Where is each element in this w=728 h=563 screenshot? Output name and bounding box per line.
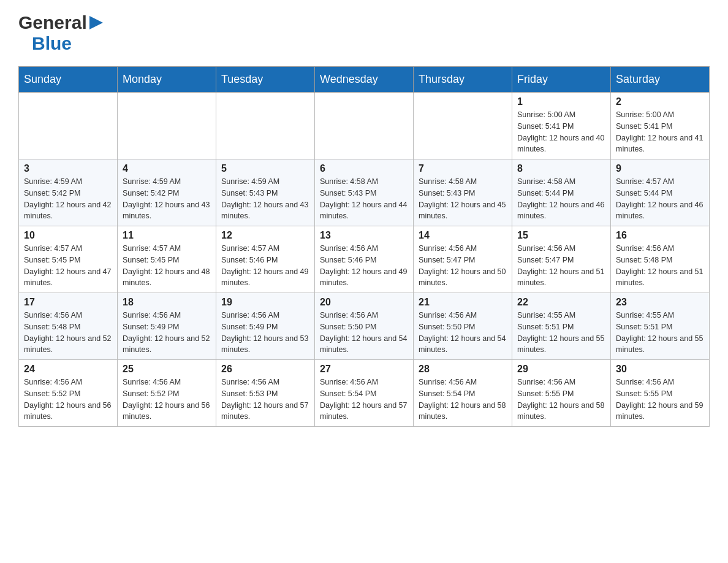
col-tuesday: Tuesday bbox=[216, 67, 315, 93]
calendar-day-cell: 11Sunrise: 4:57 AMSunset: 5:45 PMDayligh… bbox=[118, 226, 216, 293]
logo-arrow-icon bbox=[89, 16, 103, 32]
day-info: Sunrise: 4:56 AMSunset: 5:54 PMDaylight:… bbox=[419, 377, 507, 423]
day-number: 23 bbox=[616, 297, 704, 308]
day-number: 26 bbox=[221, 364, 309, 375]
day-number: 5 bbox=[221, 163, 309, 174]
calendar-day-cell: 13Sunrise: 4:56 AMSunset: 5:46 PMDayligh… bbox=[315, 226, 414, 293]
calendar-day-cell: 1Sunrise: 5:00 AMSunset: 5:41 PMDaylight… bbox=[512, 93, 611, 159]
col-sunday: Sunday bbox=[19, 67, 118, 93]
calendar-day-cell: 28Sunrise: 4:56 AMSunset: 5:54 PMDayligh… bbox=[414, 360, 512, 427]
day-number: 2 bbox=[616, 96, 704, 107]
day-info: Sunrise: 4:56 AMSunset: 5:50 PMDaylight:… bbox=[419, 310, 507, 356]
calendar-day-cell bbox=[118, 93, 216, 159]
day-number: 19 bbox=[221, 297, 309, 308]
calendar-day-cell bbox=[19, 93, 118, 159]
logo-general-text: General bbox=[18, 12, 87, 33]
calendar-day-cell: 14Sunrise: 4:56 AMSunset: 5:47 PMDayligh… bbox=[414, 226, 512, 293]
day-info: Sunrise: 4:59 AMSunset: 5:42 PMDaylight:… bbox=[123, 176, 211, 222]
day-info: Sunrise: 4:57 AMSunset: 5:45 PMDaylight:… bbox=[24, 243, 112, 289]
day-number: 12 bbox=[221, 230, 309, 241]
day-info: Sunrise: 4:56 AMSunset: 5:47 PMDaylight:… bbox=[419, 243, 507, 289]
day-number: 15 bbox=[517, 230, 605, 241]
day-number: 8 bbox=[517, 163, 605, 174]
day-info: Sunrise: 4:55 AMSunset: 5:51 PMDaylight:… bbox=[616, 310, 704, 356]
day-info: Sunrise: 4:58 AMSunset: 5:44 PMDaylight:… bbox=[517, 176, 605, 222]
calendar-day-cell: 10Sunrise: 4:57 AMSunset: 5:45 PMDayligh… bbox=[19, 226, 118, 293]
day-number: 11 bbox=[123, 230, 211, 241]
day-info: Sunrise: 5:00 AMSunset: 5:41 PMDaylight:… bbox=[517, 109, 605, 155]
day-number: 28 bbox=[419, 364, 507, 375]
calendar-day-cell: 22Sunrise: 4:55 AMSunset: 5:51 PMDayligh… bbox=[512, 293, 611, 360]
calendar-day-cell: 7Sunrise: 4:58 AMSunset: 5:43 PMDaylight… bbox=[414, 159, 512, 226]
day-info: Sunrise: 4:56 AMSunset: 5:49 PMDaylight:… bbox=[221, 310, 309, 356]
calendar-week-row: 3Sunrise: 4:59 AMSunset: 5:42 PMDaylight… bbox=[19, 159, 710, 226]
day-number: 30 bbox=[616, 364, 704, 375]
col-monday: Monday bbox=[118, 67, 216, 93]
calendar-day-cell: 6Sunrise: 4:58 AMSunset: 5:43 PMDaylight… bbox=[315, 159, 414, 226]
col-thursday: Thursday bbox=[414, 67, 512, 93]
calendar-day-cell: 23Sunrise: 4:55 AMSunset: 5:51 PMDayligh… bbox=[611, 293, 710, 360]
calendar-day-cell: 29Sunrise: 4:56 AMSunset: 5:55 PMDayligh… bbox=[512, 360, 611, 427]
day-number: 24 bbox=[24, 364, 112, 375]
calendar-day-cell: 2Sunrise: 5:00 AMSunset: 5:41 PMDaylight… bbox=[611, 93, 710, 159]
calendar-day-cell: 17Sunrise: 4:56 AMSunset: 5:48 PMDayligh… bbox=[19, 293, 118, 360]
calendar-day-cell: 19Sunrise: 4:56 AMSunset: 5:49 PMDayligh… bbox=[216, 293, 315, 360]
day-info: Sunrise: 4:56 AMSunset: 5:54 PMDaylight:… bbox=[320, 377, 408, 423]
calendar-day-cell: 16Sunrise: 4:56 AMSunset: 5:48 PMDayligh… bbox=[611, 226, 710, 293]
day-number: 22 bbox=[517, 297, 605, 308]
day-info: Sunrise: 4:56 AMSunset: 5:48 PMDaylight:… bbox=[616, 243, 704, 289]
day-info: Sunrise: 4:55 AMSunset: 5:51 PMDaylight:… bbox=[517, 310, 605, 356]
day-number: 29 bbox=[517, 364, 605, 375]
calendar-day-cell: 15Sunrise: 4:56 AMSunset: 5:47 PMDayligh… bbox=[512, 226, 611, 293]
day-info: Sunrise: 4:56 AMSunset: 5:55 PMDaylight:… bbox=[517, 377, 605, 423]
calendar-day-cell: 18Sunrise: 4:56 AMSunset: 5:49 PMDayligh… bbox=[118, 293, 216, 360]
day-number: 20 bbox=[320, 297, 408, 308]
day-info: Sunrise: 4:56 AMSunset: 5:48 PMDaylight:… bbox=[24, 310, 112, 356]
day-info: Sunrise: 4:56 AMSunset: 5:52 PMDaylight:… bbox=[24, 377, 112, 423]
page-header: General Blue bbox=[18, 12, 710, 54]
calendar-day-cell: 20Sunrise: 4:56 AMSunset: 5:50 PMDayligh… bbox=[315, 293, 414, 360]
day-info: Sunrise: 4:56 AMSunset: 5:55 PMDaylight:… bbox=[616, 377, 704, 423]
day-info: Sunrise: 4:57 AMSunset: 5:44 PMDaylight:… bbox=[616, 176, 704, 222]
calendar-day-cell: 21Sunrise: 4:56 AMSunset: 5:50 PMDayligh… bbox=[414, 293, 512, 360]
calendar-week-row: 17Sunrise: 4:56 AMSunset: 5:48 PMDayligh… bbox=[19, 293, 710, 360]
col-wednesday: Wednesday bbox=[315, 67, 414, 93]
day-number: 7 bbox=[419, 163, 507, 174]
day-number: 16 bbox=[616, 230, 704, 241]
calendar-day-cell: 4Sunrise: 4:59 AMSunset: 5:42 PMDaylight… bbox=[118, 159, 216, 226]
calendar-day-cell: 8Sunrise: 4:58 AMSunset: 5:44 PMDaylight… bbox=[512, 159, 611, 226]
calendar-header-row: Sunday Monday Tuesday Wednesday Thursday… bbox=[19, 67, 710, 93]
calendar-day-cell: 27Sunrise: 4:56 AMSunset: 5:54 PMDayligh… bbox=[315, 360, 414, 427]
calendar-day-cell: 30Sunrise: 4:56 AMSunset: 5:55 PMDayligh… bbox=[611, 360, 710, 427]
calendar-day-cell: 3Sunrise: 4:59 AMSunset: 5:42 PMDaylight… bbox=[19, 159, 118, 226]
day-info: Sunrise: 4:56 AMSunset: 5:53 PMDaylight:… bbox=[221, 377, 309, 423]
calendar-day-cell bbox=[216, 93, 315, 159]
day-info: Sunrise: 4:58 AMSunset: 5:43 PMDaylight:… bbox=[320, 176, 408, 222]
day-number: 13 bbox=[320, 230, 408, 241]
day-info: Sunrise: 4:57 AMSunset: 5:45 PMDaylight:… bbox=[123, 243, 211, 289]
day-number: 10 bbox=[24, 230, 112, 241]
day-info: Sunrise: 4:56 AMSunset: 5:50 PMDaylight:… bbox=[320, 310, 408, 356]
day-info: Sunrise: 4:59 AMSunset: 5:43 PMDaylight:… bbox=[221, 176, 309, 222]
day-info: Sunrise: 4:56 AMSunset: 5:46 PMDaylight:… bbox=[320, 243, 408, 289]
day-info: Sunrise: 4:56 AMSunset: 5:49 PMDaylight:… bbox=[123, 310, 211, 356]
day-info: Sunrise: 4:59 AMSunset: 5:42 PMDaylight:… bbox=[24, 176, 112, 222]
col-saturday: Saturday bbox=[611, 67, 710, 93]
day-number: 4 bbox=[123, 163, 211, 174]
calendar-day-cell: 25Sunrise: 4:56 AMSunset: 5:52 PMDayligh… bbox=[118, 360, 216, 427]
calendar-day-cell: 5Sunrise: 4:59 AMSunset: 5:43 PMDaylight… bbox=[216, 159, 315, 226]
logo: General Blue bbox=[18, 12, 103, 54]
calendar-day-cell: 9Sunrise: 4:57 AMSunset: 5:44 PMDaylight… bbox=[611, 159, 710, 226]
col-friday: Friday bbox=[512, 67, 611, 93]
day-number: 17 bbox=[24, 297, 112, 308]
day-info: Sunrise: 4:56 AMSunset: 5:47 PMDaylight:… bbox=[517, 243, 605, 289]
calendar-day-cell: 24Sunrise: 4:56 AMSunset: 5:52 PMDayligh… bbox=[19, 360, 118, 427]
day-number: 18 bbox=[123, 297, 211, 308]
day-info: Sunrise: 5:00 AMSunset: 5:41 PMDaylight:… bbox=[616, 109, 704, 155]
calendar-week-row: 1Sunrise: 5:00 AMSunset: 5:41 PMDaylight… bbox=[19, 93, 710, 159]
calendar-day-cell: 26Sunrise: 4:56 AMSunset: 5:53 PMDayligh… bbox=[216, 360, 315, 427]
day-number: 21 bbox=[419, 297, 507, 308]
day-info: Sunrise: 4:56 AMSunset: 5:52 PMDaylight:… bbox=[123, 377, 211, 423]
day-number: 3 bbox=[24, 163, 112, 174]
calendar-week-row: 10Sunrise: 4:57 AMSunset: 5:45 PMDayligh… bbox=[19, 226, 710, 293]
